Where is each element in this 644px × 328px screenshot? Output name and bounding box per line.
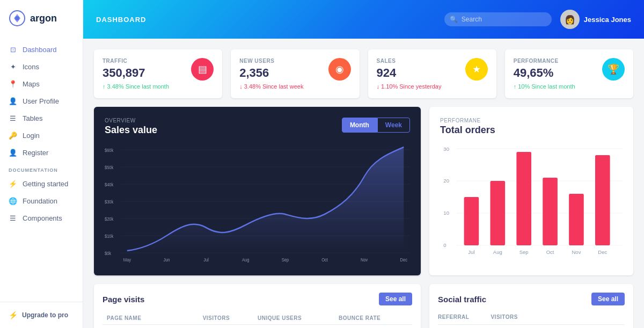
svg-text:Aug: Aug: [242, 257, 250, 263]
search-wrap: 🔍: [444, 12, 552, 26]
search-input[interactable]: [444, 12, 552, 26]
header-right: 🔍 👩 Jessica Jones: [444, 10, 631, 29]
upgrade-icon: ⚡: [9, 311, 18, 319]
sidebar-item-login[interactable]: 🔑 Login: [0, 127, 83, 144]
stat-change: ↑ 10% Since last month: [514, 83, 575, 90]
change-pct: 1.10%: [381, 83, 398, 90]
sidebar-item-label: Getting started: [23, 180, 68, 188]
bottom-row: Page visits See all PAGE NAME VISITORS U…: [94, 284, 633, 328]
social-traffic-header: Social traffic See all: [438, 293, 625, 305]
change-text: Since yesterday: [399, 83, 441, 90]
stat-card-sales: SALES 924 ↓ 1.10% Since yesterday ★: [368, 49, 496, 98]
stat-value: 924: [377, 66, 442, 80]
upgrade-to-pro-button[interactable]: ⚡ Upgrade to pro: [0, 302, 83, 328]
stat-change: ↓ 3.48% Since last week: [239, 83, 303, 90]
components-icon: ☰: [9, 214, 17, 222]
col-visitors: VISITORS: [199, 312, 253, 325]
svg-rect-36: [569, 194, 584, 245]
svg-text:$50k: $50k: [105, 164, 114, 170]
svg-rect-35: [543, 178, 558, 245]
user-name: Jessica Jones: [584, 16, 631, 24]
stat-icon-users: ◉: [328, 58, 351, 81]
svg-rect-34: [516, 152, 531, 245]
sales-chart-card: OVERVIEW Sales value Month Week $60k $50…: [94, 107, 421, 275]
chart-title-wrap: OVERVIEW Sales value: [105, 118, 157, 136]
col-bounce-rate: BOUNCE RATE: [334, 312, 412, 325]
social-row: Facebook 1,480 60%: [438, 325, 625, 328]
sidebar-item-label: Components: [23, 214, 62, 222]
svg-text:$30k: $30k: [105, 199, 114, 205]
stat-info: TRAFFIC 350,897 ↑ 3.48% Since last month: [103, 58, 169, 90]
stat-card-performance: PERFORMANCE 49,65% ↑ 10% Since last mont…: [505, 49, 633, 98]
sidebar-item-icons[interactable]: ✦ Icons: [0, 58, 83, 75]
sidebar-item-label: Register: [23, 149, 48, 157]
sidebar-item-register[interactable]: 👤 Register: [0, 144, 83, 161]
social-traffic-card: Social traffic See all REFERRAL VISITORS…: [429, 284, 633, 328]
page-visits-header: Page visits See all: [103, 293, 412, 305]
arrow-up-icon: ↑: [514, 83, 517, 90]
arrow-up-icon: ↑: [103, 83, 106, 90]
foundation-icon: 🌐: [9, 196, 17, 205]
social-traffic-see-all-button[interactable]: See all: [591, 293, 625, 305]
logo-text: argon: [30, 13, 57, 24]
stat-cards: TRAFFIC 350,897 ↑ 3.48% Since last month…: [94, 49, 633, 98]
svg-text:$60k: $60k: [105, 147, 114, 153]
sidebar-item-dashboard[interactable]: ⊡ Dashboard: [0, 41, 83, 58]
page-visits-table: PAGE NAME VISITORS UNIQUE USERS BOUNCE R…: [103, 312, 412, 328]
col-unique-users: UNIQUE USERS: [253, 312, 334, 325]
chart-title: Sales value: [105, 125, 157, 136]
svg-text:Nov: Nov: [572, 250, 581, 255]
content-area: TRAFFIC 350,897 ↑ 3.48% Since last month…: [83, 39, 644, 328]
page-visits-see-all-button[interactable]: See all: [379, 293, 412, 305]
social-traffic-title: Social traffic: [438, 295, 486, 304]
stat-info: NEW USERS 2,356 ↓ 3.48% Since last week: [239, 58, 303, 90]
sidebar-item-foundation[interactable]: 🌐 Foundation: [0, 192, 83, 209]
change-text: Since last month: [126, 83, 169, 90]
sidebar-item-components[interactable]: ☰ Components: [0, 209, 83, 227]
svg-text:Aug: Aug: [493, 250, 502, 255]
header: DASHBOARD 🔍 👩 Jessica Jones: [83, 0, 644, 39]
stat-value: 49,65%: [514, 66, 575, 80]
tables-icon: ☰: [9, 114, 17, 122]
main-content: DASHBOARD 🔍 👩 Jessica Jones TRAFFIC 350,…: [83, 0, 644, 328]
stat-value: 350,897: [103, 66, 169, 80]
svg-text:Oct: Oct: [321, 257, 328, 263]
sidebar: argon ⊡ Dashboard ✦ Icons 📍 Maps 👤 User …: [0, 0, 83, 328]
sidebar-item-user-profile[interactable]: 👤 User Profile: [0, 92, 83, 110]
dashboard-icon: ⊡: [9, 45, 17, 54]
chart-header: OVERVIEW Sales value Month Week: [105, 118, 410, 136]
stat-label: SALES: [377, 58, 442, 64]
stat-card-traffic: TRAFFIC 350,897 ↑ 3.48% Since last month…: [94, 49, 222, 98]
svg-text:0: 0: [443, 243, 446, 248]
svg-text:10: 10: [443, 210, 449, 216]
svg-text:$40k: $40k: [105, 181, 114, 187]
sidebar-item-getting-started[interactable]: ⚡ Getting started: [0, 175, 83, 192]
stat-icon-sales: ★: [465, 58, 488, 81]
change-text: Since last month: [531, 83, 575, 90]
logo-icon: [9, 10, 26, 27]
sidebar-item-maps[interactable]: 📍 Maps: [0, 75, 83, 92]
svg-text:Nov: Nov: [361, 257, 368, 263]
sidebar-item-tables[interactable]: ☰ Tables: [0, 110, 83, 127]
svg-text:May: May: [123, 257, 131, 263]
bounce-rate: ↑ 46,53%: [334, 325, 412, 329]
sidebar-nav: ⊡ Dashboard ✦ Icons 📍 Maps 👤 User Profil…: [0, 37, 83, 302]
user-info[interactable]: 👩 Jessica Jones: [560, 10, 631, 29]
upgrade-label: Upgrade to pro: [22, 311, 68, 319]
sidebar-item-label: Maps: [23, 80, 40, 88]
stat-icon-performance: 🏆: [602, 58, 625, 81]
line-chart: $60k $50k $40k $30k $20k $10k $0k: [105, 144, 410, 263]
chart-toggle-group: Month Week: [342, 118, 410, 133]
stat-label: TRAFFIC: [103, 58, 169, 64]
visitors: 4,569: [199, 325, 253, 329]
change-pct: 3.48%: [107, 83, 124, 90]
register-icon: 👤: [9, 148, 17, 157]
svg-text:30: 30: [443, 147, 449, 152]
change-pct: 3.48%: [244, 83, 261, 90]
week-button[interactable]: Week: [377, 118, 410, 133]
page-title: DASHBOARD: [96, 16, 147, 24]
orders-chart-card: PERFORMANE Total orders 30 20 10 0: [429, 107, 633, 275]
svg-text:$10k: $10k: [105, 233, 114, 239]
month-button[interactable]: Month: [342, 118, 377, 133]
svg-text:Jul: Jul: [203, 257, 209, 263]
